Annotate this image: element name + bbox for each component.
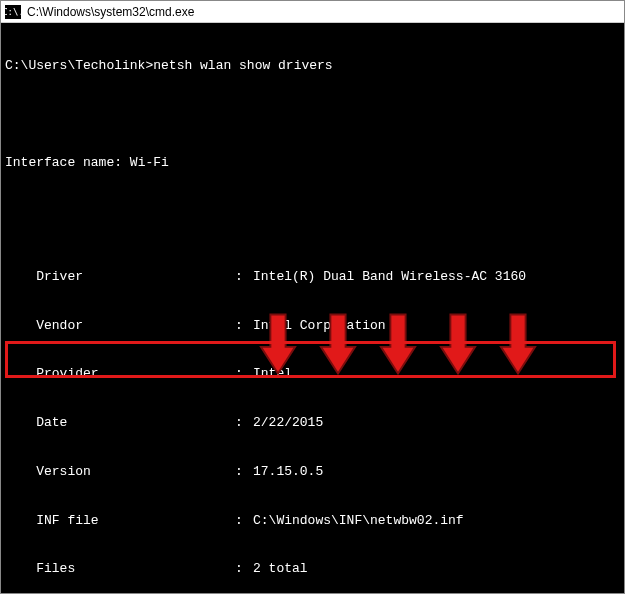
annotation-arrows (259, 277, 537, 345)
row-provider: Provider: Intel (5, 366, 620, 382)
label-inf: INF file (5, 513, 235, 529)
blank (5, 204, 620, 220)
row-vendor: Vendor: Intel Corporation (5, 318, 620, 334)
value-driver: Intel(R) Dual Band Wireless-AC 3160 (253, 269, 620, 285)
down-arrow-icon (499, 277, 537, 345)
label-driver: Driver (5, 269, 235, 285)
interface-line: Interface name: Wi-Fi (5, 155, 620, 171)
prompt-path: C:\Users\Techolink> (5, 58, 153, 73)
row-files: Files: 2 total (5, 561, 620, 577)
value-provider: Intel (253, 366, 620, 382)
value-inf: C:\Windows\INF\netwbw02.inf (253, 513, 620, 529)
value-date: 2/22/2015 (253, 415, 620, 431)
label-date: Date (5, 415, 235, 431)
label-vendor: Vendor (5, 318, 235, 334)
down-arrow-icon (379, 277, 417, 345)
label-provider: Provider (5, 366, 235, 382)
cmd-icon: C:\. (5, 5, 21, 19)
label-version: Version (5, 464, 235, 480)
row-date: Date: 2/22/2015 (5, 415, 620, 431)
value-vendor: Intel Corporation (253, 318, 620, 334)
row-version: Version: 17.15.0.5 (5, 464, 620, 480)
prompt-command: netsh wlan show drivers (153, 58, 332, 73)
down-arrow-icon (259, 277, 297, 345)
row-inf: INF file: C:\Windows\INF\netwbw02.inf (5, 513, 620, 529)
prompt-line: C:\Users\Techolink>netsh wlan show drive… (5, 58, 620, 74)
terminal-output[interactable]: C:\Users\Techolink>netsh wlan show drive… (1, 23, 624, 593)
down-arrow-icon (319, 277, 357, 345)
label-files: Files (5, 561, 235, 577)
cmd-window: C:\. C:\Windows\system32\cmd.exe C:\User… (0, 0, 625, 594)
interface-label: Interface name: (5, 155, 130, 170)
titlebar[interactable]: C:\. C:\Windows\system32\cmd.exe (1, 1, 624, 23)
value-files: 2 total (253, 561, 620, 577)
down-arrow-icon (439, 277, 477, 345)
value-version: 17.15.0.5 (253, 464, 620, 480)
interface-value: Wi-Fi (130, 155, 169, 170)
window-title: C:\Windows\system32\cmd.exe (27, 5, 194, 19)
row-driver: Driver: Intel(R) Dual Band Wireless-AC 3… (5, 269, 620, 285)
blank (5, 106, 620, 122)
